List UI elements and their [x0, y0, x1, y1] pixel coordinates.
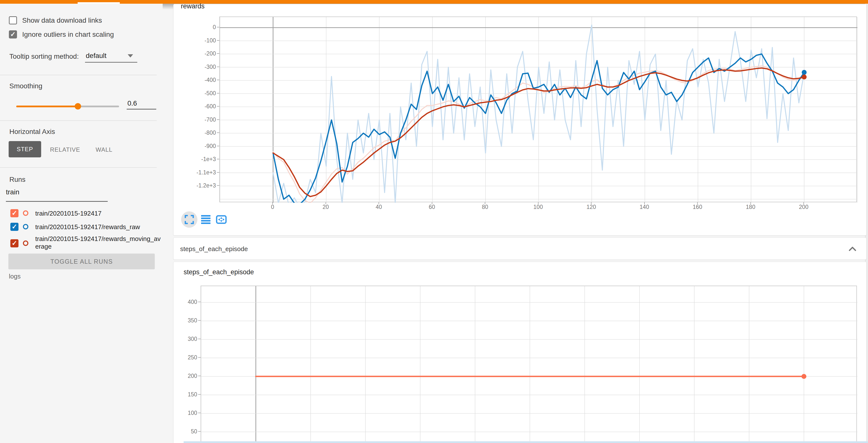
run-label[interactable]: train/20201015-192417/rewards_raw — [35, 223, 162, 231]
divider — [0, 75, 157, 75]
steps-chart[interactable] — [200, 286, 857, 443]
y-tick-label: 100 — [167, 410, 197, 416]
y-tick-label: -1.1e+3 — [186, 169, 216, 176]
x-tick-label: 200 — [789, 204, 818, 210]
x-tick-label: 160 — [683, 204, 712, 210]
toggle-all-runs-button[interactable]: TOGGLE ALL RUNS — [8, 254, 155, 269]
y-tick-label: 150 — [167, 391, 197, 398]
chevron-up-icon[interactable] — [849, 247, 856, 251]
y-tick-label: 400 — [167, 299, 197, 305]
run-label[interactable]: train/20201015-192417 — [35, 210, 162, 217]
runs-filter-input[interactable] — [6, 188, 107, 196]
fit-domain-icon[interactable] — [216, 215, 227, 224]
y-tick-label: 50 — [167, 428, 197, 435]
x-tick-label: 60 — [417, 204, 447, 210]
ignore-outliers-label: Ignore outliers in chart scaling — [22, 31, 114, 38]
divider — [0, 120, 157, 121]
y-tick-label: 250 — [167, 354, 197, 361]
check-icon: ✓ — [11, 224, 17, 230]
smoothing-slider[interactable] — [16, 106, 119, 107]
x-tick-label: 120 — [577, 204, 606, 210]
ignore-outliers-checkbox[interactable]: ✓ — [9, 30, 17, 38]
data-table-icon[interactable] — [201, 215, 211, 224]
x-tick-label: 40 — [364, 204, 394, 210]
y-tick-label: -600 — [186, 103, 216, 110]
x-tick-label: 140 — [630, 204, 659, 210]
tooltip-sorting-dropdown[interactable]: default — [86, 52, 106, 60]
y-tick-label: -400 — [186, 77, 216, 83]
runs-section-label: Runs — [9, 176, 25, 183]
clipped-content-strip — [184, 441, 868, 443]
y-tick-label: -1.2e+3 — [186, 182, 216, 189]
smoothing-value-field[interactable]: 0.6 — [127, 99, 137, 107]
horizontal-axis-label: Horizontal Axis — [9, 128, 55, 136]
y-tick-label: -1e+3 — [186, 156, 216, 163]
run-color-ring[interactable] — [23, 240, 28, 246]
logs-label: logs — [9, 272, 21, 280]
y-tick-label: -200 — [186, 50, 216, 57]
settings-sidebar: Show data download links ✓ Ignore outlie… — [0, 4, 163, 443]
series-end-marker — [802, 75, 807, 80]
y-tick-label: -500 — [186, 90, 216, 97]
check-icon: ✓ — [11, 240, 17, 247]
smoothing-slider-fill — [16, 106, 78, 107]
y-tick-label: 200 — [167, 373, 197, 379]
check-icon: ✓ — [11, 210, 17, 216]
axis-type-relative-button[interactable]: RELATIVE — [50, 146, 80, 153]
series-end-marker — [802, 70, 807, 75]
series-end-marker — [802, 374, 806, 379]
x-tick-label: 180 — [736, 204, 766, 210]
runs-filter-underline — [6, 201, 108, 202]
app-header-bar — [0, 0, 868, 4]
y-tick-label: -900 — [186, 143, 216, 149]
x-tick-label: 100 — [523, 204, 553, 210]
run-label[interactable]: train/20201015-192417/rewards_moving_ave… — [35, 235, 162, 250]
rewards-chart[interactable] — [219, 17, 857, 202]
steps-chart-title: steps_of_each_episode — [184, 268, 254, 276]
run-checkbox-rewards-moving-average[interactable]: ✓ — [10, 239, 19, 247]
run-checkbox-train[interactable]: ✓ — [10, 209, 19, 217]
y-tick-label: -300 — [186, 64, 216, 70]
show-download-links-label: Show data download links — [22, 17, 102, 24]
smoothing-value-underline — [127, 109, 156, 110]
divider — [0, 167, 157, 168]
run-color-ring[interactable] — [23, 224, 28, 229]
y-tick-label: -100 — [186, 37, 216, 44]
y-tick-label: -800 — [186, 129, 216, 136]
run-checkbox-rewards-raw[interactable]: ✓ — [10, 223, 19, 231]
rewards-chart-title: rewards — [181, 2, 205, 10]
section-header-steps-of-each-episode[interactable] — [173, 238, 867, 260]
check-icon: ✓ — [10, 31, 16, 38]
x-tick-label: 0 — [258, 204, 287, 210]
smoothing-slider-thumb[interactable] — [75, 103, 81, 110]
y-tick-label: -700 — [186, 116, 216, 123]
x-tick-label: 20 — [311, 204, 341, 210]
axis-type-step-button[interactable]: STEP — [9, 141, 41, 157]
axis-type-wall-button[interactable]: WALL — [96, 146, 113, 153]
fullscreen-icon[interactable] — [185, 215, 194, 224]
section-header-label: steps_of_each_episode — [180, 245, 248, 253]
run-color-ring[interactable] — [23, 210, 28, 216]
tooltip-sorting-label: Tooltip sorting method: — [9, 53, 79, 60]
chevron-down-icon[interactable] — [128, 54, 133, 57]
y-tick-label: 300 — [167, 336, 197, 342]
y-tick-label: 0 — [186, 24, 216, 31]
x-tick-label: 80 — [470, 204, 500, 210]
show-download-links-checkbox[interactable] — [9, 16, 17, 24]
y-tick-label: 350 — [167, 317, 197, 324]
smoothing-label: Smoothing — [9, 82, 42, 90]
dropdown-underline — [85, 62, 137, 63]
